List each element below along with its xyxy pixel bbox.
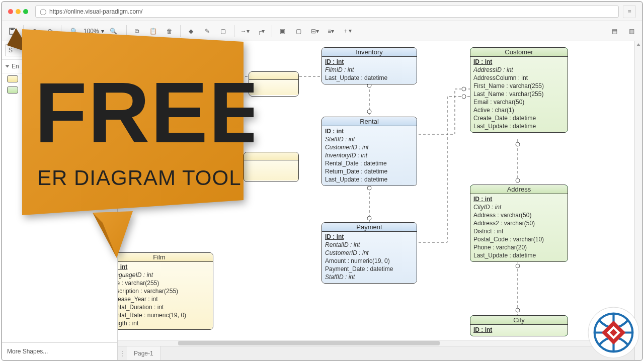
entity-column: Payment_Date : datetime <box>325 265 414 273</box>
zoom-dropdown-icon[interactable]: ▾ <box>101 28 104 35</box>
entity-column: AddressID : int <box>473 66 565 74</box>
window-close-button[interactable] <box>8 9 13 14</box>
more-shapes-button[interactable]: More Shapes... <box>2 342 117 360</box>
entity-header: Address <box>470 185 568 194</box>
svg-point-5 <box>462 87 466 91</box>
to-front-button[interactable]: ▣ <box>275 24 290 39</box>
entity-payment[interactable]: Payment ID : intRentalID : intCustomerID… <box>321 222 417 284</box>
entity-column: ID : int <box>325 233 414 241</box>
entity-column: AddressColumn : int <box>473 74 565 82</box>
save-button[interactable] <box>5 24 20 39</box>
window-controls <box>8 9 28 14</box>
search-shapes-input[interactable] <box>5 44 114 56</box>
waypoint-style-button[interactable]: ┌▾ <box>254 24 269 39</box>
scrollbar-thumb[interactable] <box>178 341 440 345</box>
zoom-out-button[interactable]: 🔍 <box>66 24 82 39</box>
svg-point-2 <box>367 110 371 114</box>
line-color-button[interactable]: ✎ <box>200 24 215 39</box>
entity-column: Rental_Duration : int <box>118 303 210 311</box>
paste-button[interactable]: 📋 <box>146 24 161 39</box>
shape-entity-yellow[interactable] <box>2 73 117 84</box>
entity-hidden-1[interactable] <box>249 71 299 97</box>
entity-column: District : int <box>473 227 565 235</box>
entity-column: Email : varchar(50) <box>473 98 565 106</box>
address-url: https://online.visual-paradigm.com/ <box>49 8 142 15</box>
fill-color-button[interactable]: ◆ <box>184 24 199 39</box>
entity-header: Film <box>118 253 213 262</box>
entity-header: City <box>470 316 568 325</box>
visual-paradigm-logo-icon <box>587 306 640 359</box>
svg-point-10 <box>516 308 520 312</box>
entity-column: ID : int <box>325 58 414 66</box>
undo-button[interactable]: ↶ <box>27 24 42 39</box>
entity-column: CustomerID : int <box>325 143 414 151</box>
add-button[interactable]: ＋▾ <box>340 24 355 39</box>
browser-window: ◯ https://online.visual-paradigm.com/ ≡ … <box>1 1 643 361</box>
redo-button[interactable]: ↷ <box>43 24 58 39</box>
entity-column: Create_Date : datetime <box>473 114 565 122</box>
entity-inventory[interactable]: Inventory ID : intFilmID : intLast_Updat… <box>321 47 417 84</box>
entity-column: Active : char(1) <box>473 106 565 114</box>
entity-city[interactable]: City ID : int <box>470 315 568 336</box>
main-area: En More Shapes... <box>2 41 642 360</box>
shadow-button[interactable]: ▢ <box>216 24 231 39</box>
copy-button[interactable]: ⧉ <box>130 24 145 39</box>
format-panel-button[interactable]: ▤ <box>607 24 622 39</box>
outline-panel-button[interactable]: ▥ <box>624 24 639 39</box>
to-back-button[interactable]: ▢ <box>291 24 306 39</box>
app-toolbar: ↶ ↷ 🔍 100% ▾ 🔍 ⧉ 📋 🗑 ◆ ✎ ▢ →▾ ┌▾ ▣ ▢ ⊟▾ … <box>2 21 642 41</box>
connector-style-button[interactable]: →▾ <box>237 24 253 39</box>
window-minimize-button[interactable] <box>16 9 21 14</box>
svg-point-3 <box>367 186 371 190</box>
entity-column: Last_Name : varchar(255) <box>473 90 565 98</box>
entity-customer[interactable]: Customer ID : intAddressID : intAddressC… <box>470 47 568 133</box>
horizontal-scrollbar[interactable] <box>118 340 625 346</box>
entity-column: Postal_Code : varchar(10) <box>473 235 565 243</box>
entity-column: Last_Update : datetime <box>473 122 565 130</box>
entity-column: RentalID : int <box>325 241 414 249</box>
zoom-in-button[interactable]: 🔍 <box>106 24 121 39</box>
entity-column: FilmID : int <box>325 66 414 74</box>
entity-address[interactable]: Address ID : intCityID : intAddress : va… <box>470 185 568 262</box>
entity-column: ID : int <box>473 195 565 203</box>
window-maximize-button[interactable] <box>23 9 28 14</box>
entity-film[interactable]: Film ID : intLanguageID : intTitle : var… <box>118 252 213 330</box>
entity-column: ID : int <box>473 326 565 334</box>
entity-column: CityID : int <box>473 203 565 211</box>
entity-header: Rental <box>322 117 417 126</box>
entity-column: StaffID : int <box>325 273 414 281</box>
entity-header: Payment <box>322 223 417 232</box>
entity-hidden-2[interactable] <box>244 152 299 182</box>
align-button[interactable]: ⊟▾ <box>307 24 323 39</box>
browser-menu-button[interactable]: ≡ <box>623 5 636 18</box>
page-tab-1[interactable]: Page-1 <box>127 346 161 360</box>
entity-column: ID : int <box>325 127 414 135</box>
entity-shape-icon <box>7 75 18 82</box>
entity-column: ID : int <box>118 263 210 271</box>
entity-column: Amount : numeric(19, 0) <box>325 257 414 265</box>
diagram-canvas[interactable]: Inventory ID : intFilmID : intLast_Updat… <box>118 41 634 360</box>
globe-icon: ◯ <box>40 8 46 15</box>
entity-column: Release_Year : int <box>118 295 210 303</box>
distribute-button[interactable]: ≡▾ <box>324 24 339 39</box>
browser-chrome: ◯ https://online.visual-paradigm.com/ ≡ <box>2 2 642 21</box>
delete-button[interactable]: 🗑 <box>162 24 177 39</box>
entity-column: Last_Update : datetime <box>325 175 414 184</box>
entity-rental[interactable]: Rental ID : intStaffID : intCustomerID :… <box>321 117 417 186</box>
address-bar[interactable]: ◯ https://online.visual-paradigm.com/ <box>35 6 619 18</box>
svg-rect-0 <box>11 28 14 30</box>
page-tabs: ⋮ Page-1 <box>118 346 634 360</box>
canvas-area[interactable]: Inventory ID : intFilmID : intLast_Updat… <box>118 41 634 360</box>
tabs-drag-handle[interactable]: ⋮ <box>118 350 127 357</box>
entity-column: Length : int <box>118 319 210 327</box>
entity-column: StaffID : int <box>325 135 414 143</box>
entity-column: Title : varchar(255) <box>118 279 210 287</box>
shape-entity-green[interactable] <box>2 84 117 96</box>
entity-column: Rental_Date : datetime <box>325 159 414 167</box>
entity-column: First_Name : varchar(255) <box>473 82 565 90</box>
shape-category[interactable]: En <box>2 60 117 73</box>
entity-header: Inventory <box>322 48 417 57</box>
svg-point-6 <box>462 95 466 99</box>
svg-point-4 <box>367 216 371 220</box>
zoom-level: 100% <box>84 28 99 35</box>
